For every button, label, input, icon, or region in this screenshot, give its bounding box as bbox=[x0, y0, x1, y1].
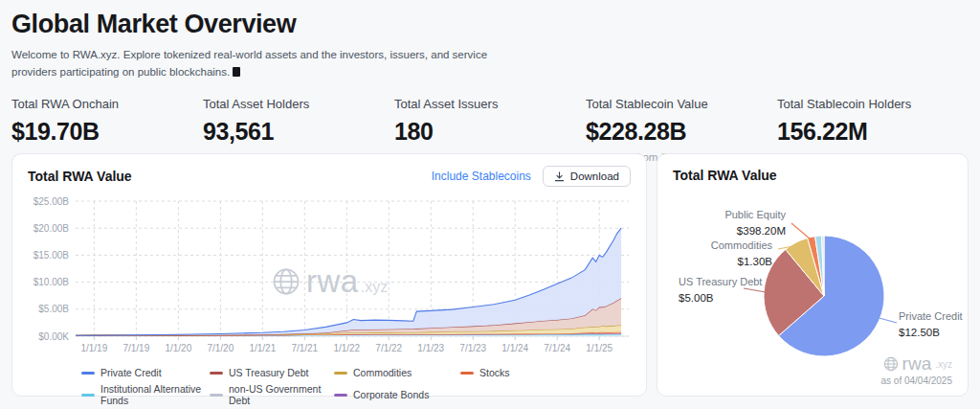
svg-text:7/1/20: 7/1/20 bbox=[207, 343, 234, 353]
stat-value: 156.22M bbox=[777, 118, 969, 146]
svg-text:7/1/21: 7/1/21 bbox=[291, 343, 318, 353]
stat-value: 93,561 bbox=[203, 118, 394, 146]
legend-item-commodities[interactable]: Commodities bbox=[334, 367, 460, 378]
stat-value: $228.28B bbox=[586, 118, 777, 146]
legend-item-stocks[interactable]: Stocks bbox=[460, 367, 631, 378]
legend-label: non-US Government Debt bbox=[229, 383, 334, 406]
svg-text:$25.00B: $25.00B bbox=[33, 196, 70, 207]
pie-watermark-row: rwa.xyz bbox=[880, 353, 952, 375]
total-rwa-value-area-card: Total RWA Value Include Stablecoins Down… bbox=[11, 153, 647, 397]
legend-label: US Treasury Debt bbox=[229, 367, 308, 378]
legend-label: Institutional Alternative Funds bbox=[100, 383, 210, 406]
legend-swatch bbox=[210, 394, 223, 397]
svg-text:$5.00B: $5.00B bbox=[38, 304, 69, 314]
emoji-tofu-icon bbox=[233, 67, 240, 77]
svg-text:$10.00B: $10.00B bbox=[33, 277, 70, 287]
legend-label: Corporate Bonds bbox=[353, 389, 429, 400]
download-label: Download bbox=[570, 170, 619, 182]
stat-label: Total RWA Onchain bbox=[11, 97, 203, 111]
svg-text:1/1/25: 1/1/25 bbox=[586, 343, 612, 353]
svg-text:1/1/22: 1/1/22 bbox=[333, 343, 360, 353]
svg-text:$15.00B: $15.00B bbox=[33, 250, 70, 261]
subtitle-text: Welcome to RWA.xyz. Explore tokenized re… bbox=[11, 49, 487, 78]
legend-item-institutional-alternative-funds[interactable]: Institutional Alternative Funds bbox=[81, 383, 210, 406]
legend-item-us-treasury-debt[interactable]: US Treasury Debt bbox=[210, 367, 334, 378]
pie-label-value: $5.00B bbox=[679, 290, 784, 307]
svg-text:1/1/20: 1/1/20 bbox=[165, 343, 191, 353]
watermark-text: rwa bbox=[902, 353, 932, 375]
page: Global Market Overview Welcome to RWA.xy… bbox=[0, 0, 980, 409]
download-button[interactable]: Download bbox=[543, 166, 631, 187]
pie-leader-line-3 bbox=[791, 223, 811, 239]
legend-item-non-us-government-debt[interactable]: non-US Government Debt bbox=[210, 383, 334, 406]
svg-text:7/1/19: 7/1/19 bbox=[122, 343, 149, 353]
svg-text:7/1/22: 7/1/22 bbox=[375, 343, 402, 353]
legend-swatch bbox=[81, 372, 95, 375]
area-chart-legend: Private Credit US Treasury Debt Commodit… bbox=[81, 367, 631, 406]
pie-label-us-treasury-debt: US Treasury Debt $5.00B bbox=[679, 275, 784, 307]
pie-label-name: US Treasury Debt bbox=[679, 275, 784, 290]
legend-swatch bbox=[460, 372, 474, 375]
include-stablecoins-link[interactable]: Include Stablecoins bbox=[432, 170, 531, 183]
stat-value: 180 bbox=[394, 118, 586, 146]
legend-label: Commodities bbox=[353, 367, 412, 378]
page-subtitle: Welcome to RWA.xyz. Explore tokenized re… bbox=[11, 47, 509, 81]
svg-text:1/1/19: 1/1/19 bbox=[80, 343, 107, 353]
pie-label-name: Public Equity bbox=[690, 208, 786, 223]
pie-label-commodities: Commodities $1.30B bbox=[677, 239, 772, 270]
charts-section: Total RWA Value Include Stablecoins Down… bbox=[11, 153, 969, 397]
legend-swatch bbox=[81, 394, 95, 397]
svg-text:$20.00B: $20.00B bbox=[33, 223, 70, 234]
pie-label-value: $398.20M bbox=[690, 223, 786, 239]
area-card-title: Total RWA Value bbox=[28, 169, 132, 184]
total-rwa-value-pie-card: Total RWA Value Public Equity $398.20M C… bbox=[657, 153, 969, 397]
pie-label-public-equity: Public Equity $398.20M bbox=[690, 208, 786, 239]
area-chart-wrap: $0.00K$5.00B$10.00B$15.00B$20.00B$25.00B… bbox=[28, 194, 631, 361]
pie-watermark: rwa.xyz as of 04/04/2025 bbox=[880, 353, 952, 386]
pie-label-private-credit: Private Credit $12.50B bbox=[899, 309, 969, 341]
pie-label-value: $1.30B bbox=[677, 254, 772, 270]
legend-swatch bbox=[210, 372, 223, 375]
stat-label: Total Asset Holders bbox=[203, 97, 394, 111]
svg-text:7/1/23: 7/1/23 bbox=[459, 343, 486, 353]
pie-label-value: $12.50B bbox=[899, 325, 969, 341]
area-card-header: Total RWA Value Include Stablecoins Down… bbox=[28, 166, 631, 187]
pie-label-name: Commodities bbox=[677, 239, 772, 254]
page-title: Global Market Overview bbox=[11, 10, 969, 39]
svg-text:1/1/21: 1/1/21 bbox=[249, 343, 276, 353]
stat-label: Total Stablecoin Value bbox=[586, 97, 777, 111]
stat-value: $19.70B bbox=[11, 118, 203, 146]
svg-text:1/1/24: 1/1/24 bbox=[501, 343, 528, 353]
globe-icon bbox=[883, 356, 899, 372]
legend-label: Stocks bbox=[479, 367, 510, 378]
svg-text:7/1/24: 7/1/24 bbox=[544, 343, 570, 353]
legend-label: Private Credit bbox=[100, 367, 162, 378]
stat-label: Total Stablecoin Holders bbox=[777, 97, 969, 111]
legend-item-private-credit[interactable]: Private Credit bbox=[81, 367, 210, 378]
area-card-actions: Include Stablecoins Download bbox=[432, 166, 631, 187]
watermark-tld: .xyz bbox=[935, 359, 952, 370]
stat-label: Total Asset Issuers bbox=[394, 97, 586, 111]
legend-swatch bbox=[334, 372, 347, 375]
download-icon bbox=[554, 171, 565, 182]
area-chart[interactable]: $0.00K$5.00B$10.00B$15.00B$20.00B$25.00B… bbox=[28, 194, 631, 361]
legend-item-corporate-bonds[interactable]: Corporate Bonds bbox=[334, 383, 460, 406]
svg-text:1/1/23: 1/1/23 bbox=[417, 343, 444, 353]
pie-label-name: Private Credit bbox=[899, 309, 969, 325]
svg-text:$0.00K: $0.00K bbox=[38, 331, 69, 342]
legend-swatch bbox=[334, 394, 347, 397]
as-of-date: as of 04/04/2025 bbox=[880, 375, 952, 386]
